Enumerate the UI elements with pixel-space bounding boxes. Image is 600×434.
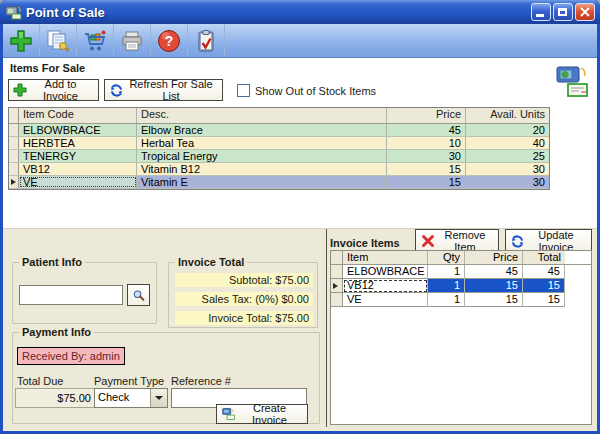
add-to-invoice-button[interactable]: Add to Invoice — [8, 79, 99, 101]
column-header-price[interactable]: Price — [387, 108, 466, 123]
invoice-total-group: Invoice Total Subtotal: $75.00 Sales Tax… — [168, 262, 318, 328]
reference-label: Reference # — [171, 375, 231, 387]
row-selector — [9, 150, 19, 162]
cell-item-code: VE — [19, 176, 137, 188]
cell-price: 15 — [387, 176, 466, 188]
subtotal-value: Subtotal: $75.00 — [175, 273, 313, 287]
cell-total: 15 — [523, 279, 565, 293]
invoices-icon — [45, 28, 71, 54]
payment-type-select[interactable]: Check — [94, 388, 168, 408]
add-icon — [8, 28, 34, 54]
svg-text:?: ? — [165, 33, 174, 49]
cell-desc: Herbal Tea — [137, 137, 387, 149]
refresh-for-sale-list-button[interactable]: Refresh For Sale List — [104, 79, 223, 101]
cell-price: 45 — [387, 124, 466, 136]
table-row-selected[interactable]: VE Vitamin E 15 30 — [9, 176, 549, 189]
cart-icon — [82, 28, 108, 54]
current-row-arrow-icon — [11, 179, 16, 185]
total-due-label: Total Due — [17, 375, 63, 387]
toolbar-add-button[interactable] — [3, 24, 40, 57]
row-selector — [331, 293, 343, 307]
plus-icon — [13, 83, 27, 97]
current-row-arrow-icon — [333, 283, 338, 289]
cell-units: 40 — [466, 137, 549, 149]
column-header-item-code[interactable]: Item Code — [19, 108, 137, 123]
table-row[interactable]: VE 1 15 15 — [331, 293, 591, 307]
table-row[interactable]: ELBOWBRACE 1 45 45 — [331, 265, 591, 279]
cell-total: 45 — [523, 265, 565, 279]
patient-search-input[interactable] — [19, 285, 123, 305]
received-by-badge: Received By: admin — [17, 347, 125, 365]
cell-price: 15 — [387, 163, 466, 175]
column-header-item[interactable]: Item — [343, 251, 428, 264]
cash-register-icon — [5, 4, 22, 20]
column-header-qty[interactable]: Qty — [428, 251, 465, 264]
column-header-total[interactable]: Total — [523, 251, 565, 264]
create-invoice-button[interactable]: Create Invoice — [216, 404, 308, 424]
toolbar-print-button[interactable] — [114, 24, 151, 57]
column-header-price[interactable]: Price — [465, 251, 523, 264]
toolbar: ? — [3, 24, 597, 58]
row-selector — [9, 124, 19, 136]
help-icon: ? — [156, 28, 182, 54]
payment-type-arrow[interactable] — [150, 389, 167, 407]
refresh-for-sale-list-label: Refresh For Sale List — [124, 78, 218, 102]
card-reader-icon — [552, 61, 592, 101]
refresh-icon — [109, 83, 124, 98]
cell-item: VB12 — [343, 279, 428, 293]
total-due-field: $75.00 — [15, 388, 96, 408]
close-button[interactable] — [575, 3, 595, 21]
minimize-button[interactable] — [531, 3, 551, 21]
close-icon — [576, 4, 594, 20]
items-for-sale-grid: Item Code Desc. Price Avail. Units ELBOW… — [8, 107, 550, 190]
cell-item-code: ELBOWBRACE — [19, 124, 137, 136]
point-of-sale-window: Point of Sale — [0, 0, 600, 434]
payment-info-title: Payment Info — [19, 326, 94, 338]
payment-info-group: Payment Info Received By: admin Total Du… — [12, 332, 320, 424]
table-row[interactable]: VB12 Vitamin B12 15 30 — [9, 163, 549, 176]
items-grid-header: Item Code Desc. Price Avail. Units — [9, 108, 549, 124]
cell-item: VE — [343, 293, 428, 307]
toolbar-help-button[interactable]: ? — [151, 24, 188, 57]
maximize-button[interactable] — [553, 3, 573, 21]
patient-info-group: Patient Info — [12, 262, 157, 324]
print-icon — [119, 28, 145, 54]
patient-search-button[interactable] — [127, 284, 150, 306]
table-row[interactable]: HERBTEA Herbal Tea 10 40 — [9, 137, 549, 150]
row-selector — [9, 137, 19, 149]
remove-x-icon — [420, 233, 436, 249]
cell-qty: 1 — [428, 279, 465, 293]
cell-qty: 1 — [428, 293, 465, 307]
row-selector — [331, 279, 343, 293]
toolbar-orders-button[interactable] — [188, 24, 225, 57]
toolbar-invoices-button[interactable] — [40, 24, 77, 57]
invoice-items-title: Invoice Items — [330, 237, 400, 249]
sales-tax-value: Sales Tax: (0%) $0.00 — [175, 292, 313, 306]
row-selector — [331, 265, 343, 279]
row-selector — [9, 163, 19, 175]
cell-item-code: HERBTEA — [19, 137, 137, 149]
cell-total: 15 — [523, 293, 565, 307]
table-row-selected[interactable]: VB12 1 15 15 — [331, 279, 591, 293]
table-row[interactable]: ELBOWBRACE Elbow Brace 45 20 — [9, 124, 549, 137]
add-to-invoice-label: Add to Invoice — [27, 78, 94, 102]
show-out-of-stock-checkbox[interactable] — [237, 84, 250, 97]
table-row[interactable]: TENERGY Tropical Energy 30 25 — [9, 150, 549, 163]
invoice-items-grid: Item Qty Price Total ELBOWBRACE 1 45 45 … — [330, 250, 592, 425]
column-header-desc[interactable]: Desc. — [137, 108, 387, 123]
invoice-icon — [221, 407, 236, 421]
cell-units: 25 — [466, 150, 549, 162]
row-selector — [9, 176, 19, 188]
toolbar-cart-button[interactable] — [77, 24, 114, 57]
titlebar: Point of Sale — [0, 0, 600, 24]
patient-info-title: Patient Info — [19, 256, 85, 268]
cell-item-code: VB12 — [19, 163, 137, 175]
cell-item-code: TENERGY — [19, 150, 137, 162]
column-header-avail-units[interactable]: Avail. Units — [466, 108, 549, 123]
chevron-down-icon — [155, 396, 163, 400]
items-for-sale-title: Items For Sale — [10, 62, 85, 74]
search-icon — [132, 287, 145, 304]
cell-item: ELBOWBRACE — [343, 265, 428, 279]
cell-desc: Vitamin E — [137, 176, 387, 188]
cell-price: 15 — [465, 279, 523, 293]
